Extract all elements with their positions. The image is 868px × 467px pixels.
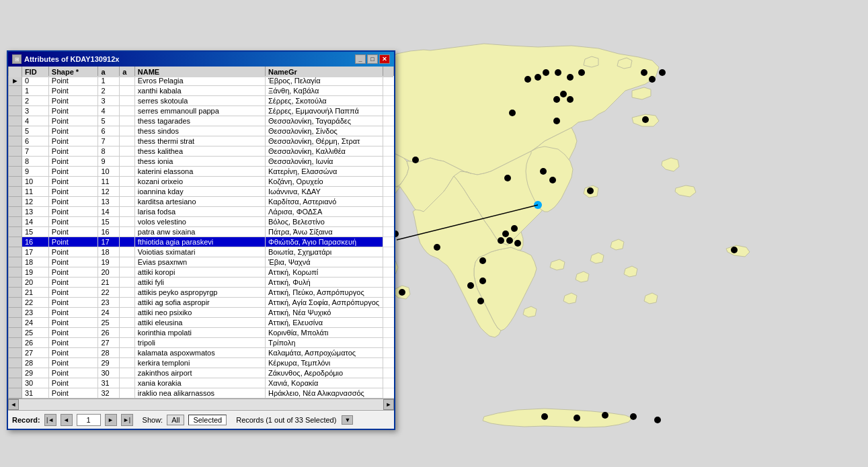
- table-row[interactable]: 9Point10katerini elassonaΚατερίνη, Ελασσ…: [9, 167, 394, 177]
- scroll-right-btn[interactable]: ►: [383, 399, 394, 410]
- table-row[interactable]: 21Point22attikis peyko aspropyrgpΑττική,…: [9, 288, 394, 298]
- col-name[interactable]: NAME: [134, 67, 265, 77]
- row-arrow: [9, 217, 22, 227]
- scroll-track[interactable]: [19, 399, 383, 409]
- table-row[interactable]: 17Point18Voiotias sximatariΒοιωτία, Σχημ…: [9, 247, 394, 257]
- map-dot: [553, 96, 560, 103]
- cell-shape: Point: [48, 318, 98, 328]
- cell-namegr: Τρίπολη: [266, 338, 383, 348]
- cell-fid: 31: [22, 388, 48, 398]
- table-row[interactable]: 4Point5thess tagaradesΘεσσαλονίκη, Ταγαρ…: [9, 116, 394, 126]
- cell-namegr: Αττική, Φυλή: [266, 278, 383, 288]
- cell-a2: [120, 257, 135, 267]
- show-selected-btn[interactable]: Selected: [188, 415, 227, 425]
- cell-a2: [120, 197, 135, 207]
- record-number-input[interactable]: [77, 414, 101, 426]
- svg-marker-23: [523, 306, 537, 317]
- table-row[interactable]: 12Point13karditsa artesianoΚαρδίτσα, Αστ…: [9, 197, 394, 207]
- col-fid[interactable]: FID: [22, 67, 48, 77]
- first-record-btn[interactable]: |◄: [44, 414, 56, 426]
- records-dropdown-btn[interactable]: ▼: [342, 415, 353, 425]
- cell-shape: Point: [48, 328, 98, 338]
- next-record-btn[interactable]: ►: [105, 414, 117, 426]
- cell-namegr: Καλαμάτα, Ασπροχώματος: [266, 348, 383, 358]
- col-shape[interactable]: Shape *: [48, 67, 98, 77]
- cell-name: attikis peyko aspropyrgp: [134, 288, 265, 298]
- cell-a1: 23: [98, 298, 120, 308]
- cell-a2: [120, 288, 135, 298]
- cell-name: Evias psaxnwn: [134, 257, 265, 267]
- cell-namegr: Κοζάνη, Ορυχείο: [266, 177, 383, 187]
- table-row[interactable]: 23Point24attiki neo psixikoΑττική, Νέα Ψ…: [9, 308, 394, 318]
- svg-marker-20: [624, 266, 637, 277]
- col-a1[interactable]: a: [98, 67, 120, 77]
- cell-shape: Point: [48, 136, 98, 146]
- cell-a2: [120, 247, 135, 257]
- table-row[interactable]: 27Point28kalamata aspoxwmatosΚαλαμάτα, Α…: [9, 348, 394, 358]
- table-row[interactable]: 10Point11kozani orixeioΚοζάνη, Ορυχείο: [9, 177, 394, 187]
- cell-fid: 12: [22, 197, 48, 207]
- cell-name: katerini elassona: [134, 167, 265, 177]
- table-row[interactable]: 13Point14larisa fodsaΛάρισα, ΦΟΔΣΑ: [9, 207, 394, 217]
- table-row[interactable]: 5Point6thess sindosΘεσσαλονίκη, Σίνδος: [9, 126, 394, 136]
- table-row[interactable]: 31Point32iraklio nea alikarnassosΗράκλει…: [9, 388, 394, 398]
- table-row[interactable]: 19Point20attiki koropiΑττική, Κορωπί: [9, 267, 394, 278]
- show-all-btn[interactable]: All: [167, 415, 184, 425]
- table-row[interactable]: 7Point8thess kalitheaΘεσσαλονίκη, Καλλιθ…: [9, 146, 394, 157]
- table-row[interactable]: 30Point31xania korakiaΧανιά, Κορακία: [9, 378, 394, 388]
- cell-name: karditsa artesiano: [134, 197, 265, 207]
- cell-a2: [120, 348, 135, 358]
- cell-a2: [120, 237, 135, 247]
- cell-name: kalamata aspoxwmatos: [134, 348, 265, 358]
- prev-record-btn[interactable]: ◄: [61, 414, 73, 426]
- table-row[interactable]: 18Point19Evias psaxnwnΈβια, Ψαχνά: [9, 257, 394, 267]
- table-wrapper[interactable]: FID Shape * a a NAME NameGr ►0Point1Evro…: [8, 67, 394, 398]
- close-button[interactable]: ✕: [379, 54, 390, 64]
- cell-shape: Point: [48, 116, 98, 126]
- table-row[interactable]: 16Point17fthiotida agia paraskeviΦθιώτιδ…: [9, 237, 394, 247]
- minimize-button[interactable]: _: [355, 54, 366, 64]
- map-dot: [543, 69, 549, 76]
- cell-a2: [120, 106, 135, 116]
- cell-namegr: Βοιωτία, Σχηματάρι: [266, 247, 383, 257]
- table-row[interactable]: 14Point15volos velestinoΒόλος, Βελεστίνο: [9, 217, 394, 227]
- cell-a2: [120, 388, 135, 398]
- cell-name: Voiotias sximatari: [134, 247, 265, 257]
- table-row[interactable]: 3Point4serres emmanoull pappaΣέρρες, Εμμ…: [9, 106, 394, 116]
- cell-fid: 1: [22, 86, 48, 96]
- cell-a1: 7: [98, 136, 120, 146]
- col-a2[interactable]: a: [120, 67, 135, 77]
- map-dot: [479, 278, 486, 284]
- table-row[interactable]: 25Point26korinthia mpolatiΚορινθία, Μπολ…: [9, 328, 394, 338]
- col-namegr[interactable]: NameGr: [266, 67, 383, 77]
- map-dot: [511, 225, 518, 232]
- table-row[interactable]: 24Point25attiki eleusinaΑττική, Ελευσίνα: [9, 318, 394, 328]
- scroll-left-btn[interactable]: ◄: [8, 399, 19, 410]
- cell-a1: 9: [98, 157, 120, 167]
- row-arrow: [9, 177, 22, 187]
- cell-a2: [120, 136, 135, 146]
- table-row[interactable]: 26Point27tripoliΤρίπολη: [9, 338, 394, 348]
- cell-a1: 3: [98, 96, 120, 106]
- table-row[interactable]: 1Point2xanthi kabalaΞάνθη, Καβάλα: [9, 86, 394, 96]
- table-row[interactable]: 2Point3serres skotoulaΣέρρες, Σκοτούλα: [9, 96, 394, 106]
- cell-fid: 19: [22, 267, 48, 278]
- table-row[interactable]: 28Point29kerkira temploniΚέρκυρα, Τεμπλό…: [9, 358, 394, 368]
- table-row[interactable]: 11Point12ioannina kdayΙωάννινα, ΚΔΑΥ: [9, 187, 394, 197]
- map-dot: [467, 282, 474, 289]
- cell-a1: 17: [98, 237, 120, 247]
- table-row[interactable]: 6Point7thess thermi stratΘεσσαλονίκη, Θέ…: [9, 136, 394, 146]
- horizontal-scrollbar[interactable]: ◄ ►: [8, 398, 394, 409]
- table-row[interactable]: 15Point16patra anw sixainaΠάτρα, Άνω Σίξ…: [9, 227, 394, 237]
- table-row[interactable]: 29Point30zakinthos airportΖάκυνθος, Αερο…: [9, 368, 394, 378]
- map-dot: [567, 96, 574, 103]
- table-row[interactable]: 8Point9thess ioniaΘεσσαλονίκη, Ιωνία: [9, 157, 394, 167]
- cell-a2: [120, 126, 135, 136]
- cell-namegr: Αττική, Αγία Σοφία, Ασπρόπυργος: [266, 298, 383, 308]
- table-row[interactable]: 22Point23attiki ag sofia aspropirΑττική,…: [9, 298, 394, 308]
- maximize-button[interactable]: □: [367, 54, 378, 64]
- table-row[interactable]: 20Point21attiki fyliΑττική, Φυλή: [9, 278, 394, 288]
- cell-a1: 2: [98, 86, 120, 96]
- svg-marker-16: [550, 259, 565, 270]
- last-record-btn[interactable]: ►|: [121, 414, 133, 426]
